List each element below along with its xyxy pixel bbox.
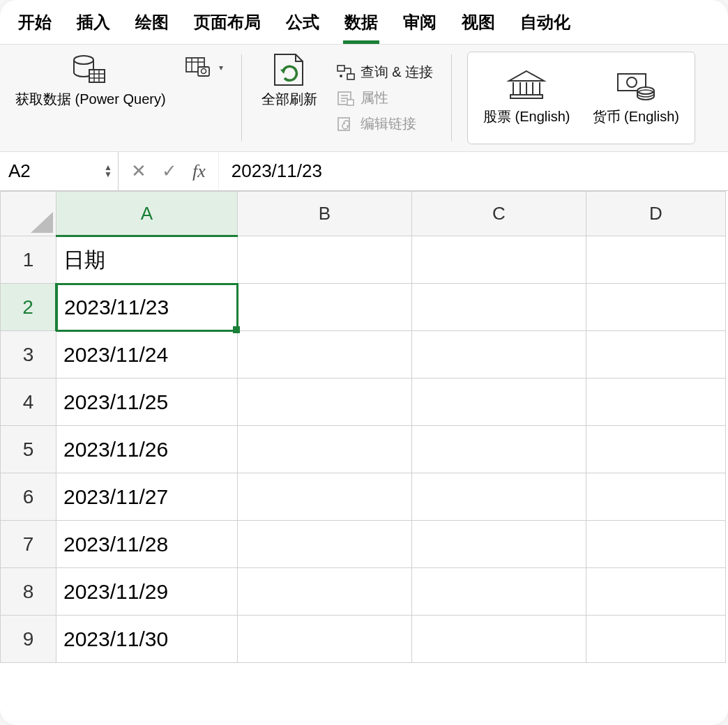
cell-A7[interactable]: 2023/11/28: [56, 521, 238, 568]
properties-label: 属性: [361, 89, 388, 107]
cell-C5[interactable]: [412, 426, 586, 473]
queries-connections-label: 查询 & 连接: [361, 63, 433, 82]
refresh-icon: [271, 53, 308, 86]
formula-bar: A2 ▲ ▼ ✕ ✓ fx 2023/11/23: [0, 152, 728, 191]
edit-links-button[interactable]: 编辑链接: [334, 113, 436, 135]
cell-D8[interactable]: [586, 568, 726, 616]
spreadsheet-grid[interactable]: A B C D 1 日期 2 2023/11/23 3 2023: [0, 191, 728, 725]
cell-C6[interactable]: [412, 473, 586, 521]
tab-view[interactable]: 视图: [460, 7, 496, 44]
row-header-9[interactable]: 9: [1, 616, 56, 663]
from-picture-icon: [185, 57, 211, 78]
currency-datatype-button[interactable]: 货币 (English): [593, 70, 679, 126]
cell-B5[interactable]: [238, 426, 412, 473]
name-box[interactable]: A2 ▲ ▼: [0, 152, 119, 190]
cancel-icon[interactable]: ✕: [131, 160, 146, 182]
tab-home[interactable]: 开始: [17, 7, 53, 44]
ribbon: 获取数据 (Power Query) ▾: [0, 44, 728, 152]
cell-B4[interactable]: [238, 379, 412, 426]
cell-D5[interactable]: [586, 426, 726, 473]
svg-rect-22: [347, 100, 354, 105]
svg-point-0: [74, 56, 93, 64]
row-header-2[interactable]: 2: [1, 284, 56, 331]
svg-marker-24: [509, 71, 544, 81]
cell-A9[interactable]: 2023/11/30: [56, 616, 238, 663]
cell-B1[interactable]: [238, 236, 412, 284]
stock-datatype-button[interactable]: 股票 (English): [483, 70, 570, 126]
cell-C7[interactable]: [412, 521, 586, 568]
tab-automate[interactable]: 自动化: [519, 7, 572, 44]
data-types-group: 股票 (English) 货币 (English): [467, 52, 695, 144]
chevron-down-icon: ▼: [104, 171, 112, 178]
select-all-corner[interactable]: [1, 192, 56, 236]
cell-B2[interactable]: [238, 284, 412, 331]
cell-A6[interactable]: 2023/11/27: [56, 473, 238, 521]
cell-C4[interactable]: [412, 379, 586, 426]
svg-rect-13: [338, 66, 344, 71]
cell-A5[interactable]: 2023/11/26: [56, 426, 238, 473]
row-header-3[interactable]: 3: [1, 331, 56, 379]
cell-D1[interactable]: [586, 236, 726, 284]
formula-input[interactable]: 2023/11/23: [219, 160, 728, 182]
svg-marker-12: [280, 68, 286, 74]
get-data-label: 获取数据 (Power Query): [15, 91, 166, 108]
stock-label: 股票 (English): [483, 107, 570, 126]
currency-icon: [615, 70, 657, 100]
bank-icon: [506, 70, 547, 100]
row-header-8[interactable]: 8: [1, 568, 56, 616]
refresh-all-label: 全部刷新: [261, 91, 317, 108]
properties-button[interactable]: 属性: [334, 87, 436, 109]
cell-C2[interactable]: [412, 284, 586, 331]
cell-B6[interactable]: [238, 473, 412, 521]
accept-icon[interactable]: ✓: [162, 160, 177, 182]
cell-A1[interactable]: 日期: [56, 236, 238, 284]
cell-D4[interactable]: [586, 379, 726, 426]
row-header-5[interactable]: 5: [1, 426, 56, 473]
cell-A4[interactable]: 2023/11/25: [56, 379, 238, 426]
properties-icon: [337, 91, 355, 106]
tab-insert[interactable]: 插入: [75, 7, 112, 44]
queries-connections-button[interactable]: 查询 & 连接: [334, 61, 436, 83]
column-header-B[interactable]: B: [238, 192, 412, 236]
from-picture-button[interactable]: ▾: [183, 56, 226, 79]
svg-rect-14: [347, 74, 354, 79]
svg-rect-25: [510, 95, 543, 98]
edit-links-icon: [337, 116, 355, 132]
svg-rect-1: [89, 70, 105, 82]
column-header-A[interactable]: A: [56, 192, 238, 236]
cell-C8[interactable]: [412, 568, 586, 616]
cell-D6[interactable]: [586, 473, 726, 521]
cell-A3[interactable]: 2023/11/24: [56, 331, 238, 379]
name-box-stepper[interactable]: ▲ ▼: [104, 165, 112, 178]
row-header-6[interactable]: 6: [1, 473, 56, 521]
row-header-7[interactable]: 7: [1, 521, 56, 568]
tab-data[interactable]: 数据: [343, 7, 379, 44]
cell-D2[interactable]: [586, 284, 726, 331]
cell-B7[interactable]: [238, 521, 412, 568]
edit-links-label: 编辑链接: [361, 114, 416, 133]
cell-D3[interactable]: [586, 331, 726, 379]
tab-formulas[interactable]: 公式: [285, 7, 321, 44]
cell-C1[interactable]: [412, 236, 586, 284]
ribbon-tabs: 开始 插入 绘图 页面布局 公式 数据 审阅 视图 自动化: [0, 0, 728, 44]
cell-A8[interactable]: 2023/11/29: [56, 568, 238, 616]
row-header-4[interactable]: 4: [1, 379, 56, 426]
cell-C3[interactable]: [412, 331, 586, 379]
row-header-1[interactable]: 1: [1, 236, 56, 284]
cell-B3[interactable]: [238, 331, 412, 379]
column-header-C[interactable]: C: [412, 192, 586, 236]
tab-page-layout[interactable]: 页面布局: [192, 7, 262, 44]
cell-D9[interactable]: [586, 616, 726, 663]
cell-C9[interactable]: [412, 616, 586, 663]
get-data-button[interactable]: 获取数据 (Power Query): [11, 52, 170, 109]
fx-label[interactable]: fx: [192, 161, 206, 182]
chevron-down-icon: ▾: [219, 63, 223, 72]
cell-D7[interactable]: [586, 521, 726, 568]
cell-B9[interactable]: [238, 616, 412, 663]
refresh-all-button[interactable]: 全部刷新: [257, 52, 321, 109]
tab-review[interactable]: 审阅: [402, 7, 438, 44]
cell-B8[interactable]: [238, 568, 412, 616]
tab-draw[interactable]: 绘图: [134, 7, 170, 44]
column-header-D[interactable]: D: [586, 192, 726, 236]
cell-A2[interactable]: 2023/11/23: [56, 284, 238, 331]
